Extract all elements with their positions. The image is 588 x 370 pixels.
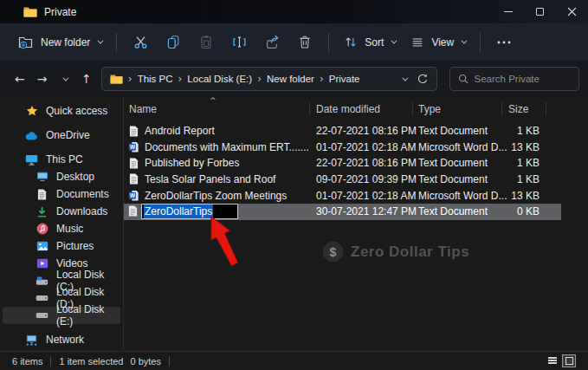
file-type: Text Document <box>418 125 488 137</box>
cloud-icon <box>25 129 38 142</box>
paste-button[interactable] <box>190 29 223 55</box>
file-type: Text Document <box>418 173 488 185</box>
text-document-icon <box>129 158 139 169</box>
breadcrumb[interactable]: › This PC › Local Disk (E:) › New folder… <box>101 67 437 91</box>
close-button[interactable] <box>556 0 588 23</box>
column-header-date-modified[interactable]: Date modified <box>316 103 380 115</box>
breadcrumb-item-this-pc[interactable]: This PC <box>138 74 173 84</box>
delete-button[interactable] <box>288 29 321 55</box>
picture-icon <box>36 240 48 253</box>
breadcrumb-item-local-disk-e[interactable]: Local Disk (E:) <box>187 74 252 84</box>
file-name: Published by Forbes <box>145 157 239 169</box>
address-bar: ← → ↑ › This PC › Local Disk (E:) › New … <box>0 61 588 97</box>
sidebar-item-music[interactable]: Music <box>3 220 120 237</box>
recent-locations-button[interactable] <box>53 77 75 81</box>
forward-button[interactable]: → <box>31 72 54 86</box>
sidebar-item-label: Desktop <box>56 171 94 183</box>
file-row[interactable]: Android Report 22-07-2021 08:16 PM Text … <box>124 123 588 140</box>
text-document-icon <box>129 173 139 185</box>
file-size: 1 KB <box>484 173 540 185</box>
sidebar-item-onedrive[interactable]: OneDrive <box>3 127 120 144</box>
view-icon <box>410 36 424 49</box>
cut-button[interactable] <box>124 29 157 55</box>
sidebar-item-label: Pictures <box>56 240 94 252</box>
file-row[interactable]: Tesla Solar Panels and Roof 09-07-2021 0… <box>124 172 588 188</box>
column-header-type[interactable]: Type <box>418 103 441 115</box>
selection-count: 1 item selected <box>59 356 123 367</box>
navigation-pane: Quick access OneDrive This PC Desktop <box>0 97 124 351</box>
details-view-button[interactable] <box>546 354 559 367</box>
sort-button[interactable]: Sort <box>336 29 403 55</box>
file-size: 1 KB <box>484 125 540 137</box>
sidebar-item-downloads[interactable]: Downloads <box>3 203 120 220</box>
sidebar-item-pictures[interactable]: Pictures <box>3 237 120 255</box>
drive-icon <box>36 309 48 322</box>
search-input[interactable]: Search Private <box>449 67 579 91</box>
view-button[interactable]: View <box>403 29 473 55</box>
file-rows: Android Report 22-07-2021 08:16 PM Text … <box>124 123 588 220</box>
column-divider[interactable] <box>501 102 502 115</box>
file-date-modified: 22-07-2021 08:16 PM <box>316 125 417 137</box>
sidebar-item-this-pc[interactable]: This PC <box>3 151 120 168</box>
file-name: ZeroDollarTips Zoom Meetings <box>145 190 287 202</box>
share-icon <box>265 35 280 49</box>
column-header-name[interactable]: Name <box>129 103 157 115</box>
column-divider[interactable] <box>309 102 310 115</box>
back-button[interactable]: ← <box>9 72 31 86</box>
share-button[interactable] <box>255 29 288 55</box>
text-document-icon <box>129 126 139 137</box>
column-divider[interactable] <box>412 102 413 115</box>
breadcrumb-item-private[interactable]: Private <box>329 74 360 84</box>
view-label: View <box>431 36 454 49</box>
toolbar-divider <box>480 33 481 52</box>
title-bar: Private <box>0 0 588 23</box>
sidebar-item-network[interactable]: Network <box>3 331 120 348</box>
sidebar-item-label: Videos <box>56 257 87 269</box>
new-folder-button[interactable]: New folder <box>10 29 109 55</box>
more-options-button[interactable] <box>488 29 520 55</box>
word-document-icon: W <box>129 190 139 201</box>
maximize-button[interactable] <box>524 0 556 23</box>
address-dropdown-chevron[interactable] <box>402 75 408 81</box>
minimize-button[interactable] <box>492 0 524 23</box>
sidebar-item-desktop[interactable]: Desktop <box>3 168 120 185</box>
column-divider[interactable] <box>546 102 546 115</box>
network-icon <box>25 334 38 347</box>
file-name: Android Report <box>145 125 215 137</box>
chevron-down-icon <box>462 38 468 44</box>
main-area: Quick access OneDrive This PC Desktop <box>0 97 588 351</box>
copy-button[interactable] <box>157 29 190 55</box>
delete-icon <box>298 35 312 49</box>
search-icon <box>458 74 468 84</box>
status-divider <box>50 356 51 367</box>
up-button[interactable]: ↑ <box>75 72 98 86</box>
search-placeholder: Search Private <box>475 74 540 84</box>
file-date-modified: 09-07-2021 09:39 PM <box>316 173 417 185</box>
file-row[interactable]: Published by Forbes 22-07-2021 08:16 PM … <box>124 155 588 172</box>
refresh-button[interactable] <box>417 73 429 85</box>
rename-button[interactable] <box>223 29 255 55</box>
chevron-down-icon <box>391 38 397 44</box>
svg-text:W: W <box>130 144 135 150</box>
file-type: Text Document <box>418 157 488 169</box>
sidebar-item-label: OneDrive <box>46 129 90 141</box>
file-row[interactable]: W Documents with Maximum ERT....... 01-0… <box>124 140 588 156</box>
download-icon <box>36 205 48 218</box>
sidebar-item-quick-access[interactable]: Quick access <box>3 102 120 120</box>
watermark-text: Zero Dollar Tips <box>351 243 469 261</box>
sidebar-item-documents[interactable]: Documents <box>3 185 120 203</box>
column-header-size[interactable]: Size <box>508 103 528 115</box>
large-thumbnails-view-button[interactable] <box>562 354 576 367</box>
star-icon <box>25 105 38 118</box>
sidebar-item-label: This PC <box>46 153 83 166</box>
drive-icon <box>36 292 48 305</box>
toolbar-divider <box>116 33 117 52</box>
file-name: Tesla Solar Panels and Roof <box>145 173 275 185</box>
file-list-pane: ^ Name Date modified Type Size Android R… <box>124 97 588 351</box>
breadcrumb-item-new-folder[interactable]: New folder <box>267 74 314 84</box>
sidebar-item-label: Local Disk (E:) <box>56 303 120 328</box>
sidebar-item-local-disk-e[interactable]: Local Disk (E:) <box>3 307 120 324</box>
file-date-modified: 01-07-2021 02:18 AM <box>316 190 416 202</box>
file-row[interactable]: W ZeroDollarTips Zoom Meetings 01-07-202… <box>124 187 588 204</box>
file-date-modified: 22-07-2021 08:16 PM <box>316 157 417 169</box>
